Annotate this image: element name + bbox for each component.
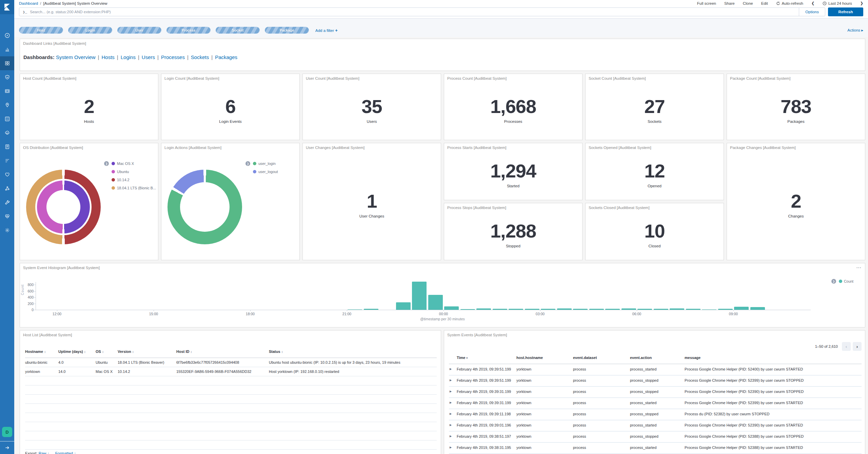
row-expand-button[interactable]: ▶ xyxy=(450,401,452,404)
sidebar-item-maps[interactable] xyxy=(0,98,14,112)
dashboard-link-sockets[interactable]: Sockets xyxy=(191,54,209,60)
histogram-bar[interactable] xyxy=(541,309,555,310)
histogram-bar[interactable] xyxy=(444,306,459,310)
clone-button[interactable]: Clone xyxy=(743,1,753,5)
sidebar-item-dashboard[interactable] xyxy=(0,56,14,70)
sidebar-item-apm[interactable] xyxy=(0,154,14,168)
column-header-time[interactable]: Time ▾ xyxy=(457,356,468,360)
legend-item-user_login[interactable]: ❯user_login xyxy=(245,159,278,168)
histogram-bar[interactable] xyxy=(605,309,620,310)
export-formatted-link[interactable]: Formatted ↓ xyxy=(55,451,76,454)
sidebar-item-dev-tools[interactable] xyxy=(0,195,14,209)
sidebar-item-infrastructure[interactable] xyxy=(0,126,14,140)
share-button[interactable]: Share xyxy=(724,1,735,5)
histogram-bar[interactable] xyxy=(670,308,684,310)
legend-item-ubuntu[interactable]: Ubuntu xyxy=(104,168,156,176)
legend-item-10-14-2[interactable]: 10.14.2 xyxy=(104,176,156,184)
column-header-host-id[interactable]: Host ID▴▾ xyxy=(176,349,192,354)
legend-expand-icon[interactable]: ❯ xyxy=(245,161,250,166)
filter-pill-process[interactable]: Process xyxy=(166,27,211,34)
histogram-bar[interactable] xyxy=(525,309,539,310)
sidebar-item-uptime[interactable] xyxy=(0,168,14,182)
histogram-bar[interactable] xyxy=(348,309,362,310)
pagination-next-button[interactable]: › xyxy=(853,342,862,351)
histogram-bar[interactable] xyxy=(460,309,475,310)
dashboard-link-hosts[interactable]: Hosts xyxy=(101,54,114,60)
sidebar-item-discover[interactable] xyxy=(0,29,14,42)
histogram-bar[interactable] xyxy=(589,309,604,310)
sidebar-collapse-button[interactable] xyxy=(0,441,14,454)
filter-pill-login[interactable]: Login xyxy=(68,27,112,34)
histogram-bar[interactable] xyxy=(750,307,765,310)
filter-pill-package[interactable]: Package xyxy=(265,27,309,34)
full-screen-button[interactable]: Full screen xyxy=(697,1,716,5)
dashboard-link-system-overview[interactable]: System Overview xyxy=(56,54,96,60)
column-header-event-dataset[interactable]: event.dataset xyxy=(573,356,597,360)
legend-expand-icon[interactable]: ❯ xyxy=(104,161,109,166)
column-header-uptime-days-[interactable]: Uptime (days)▴▾ xyxy=(58,349,85,354)
row-expand-button[interactable]: ▶ xyxy=(450,446,452,449)
sidebar-item-management[interactable] xyxy=(0,223,14,237)
column-header-status[interactable]: Status▴▾ xyxy=(269,349,283,354)
time-range-picker[interactable]: Last 24 hours xyxy=(823,1,852,5)
filter-pill-user[interactable]: User xyxy=(117,27,161,34)
export-raw-link[interactable]: Raw ↓ xyxy=(39,451,50,454)
row-expand-button[interactable]: ▶ xyxy=(450,390,452,393)
sidebar-item-monitoring[interactable] xyxy=(0,209,14,223)
search-input[interactable] xyxy=(30,10,799,14)
pagination-prev-button[interactable]: ‹ xyxy=(842,342,851,351)
sidebar-item-canvas[interactable] xyxy=(0,84,14,98)
kibana-logo[interactable] xyxy=(0,0,14,14)
refresh-button[interactable]: Refresh xyxy=(828,7,863,16)
histogram-bar[interactable] xyxy=(476,308,491,310)
histogram-bar[interactable] xyxy=(493,309,507,310)
sidebar-item-timelion[interactable] xyxy=(0,70,14,84)
legend-item-18-04-1-lts-bionic-b-[interactable]: 18.04.1 LTS (Bionic B... xyxy=(104,184,156,192)
legend-item-mac-os-x[interactable]: ❯Mac OS X xyxy=(104,159,156,168)
os-distribution-donut[interactable] xyxy=(26,170,101,244)
histogram-bar[interactable] xyxy=(702,309,716,310)
dashboard-link-logins[interactable]: Logins xyxy=(121,54,136,60)
time-forward-button[interactable]: ❯ xyxy=(860,1,863,5)
login-actions-donut[interactable] xyxy=(167,170,242,244)
dashboard-link-users[interactable]: Users xyxy=(142,54,155,60)
auto-refresh-button[interactable]: Auto-refresh xyxy=(776,1,803,5)
filter-pill-socket[interactable]: Socket xyxy=(216,27,260,34)
histogram-bar[interactable] xyxy=(734,307,749,310)
dashboard-link-processes[interactable]: Processes xyxy=(161,54,185,60)
space-badge[interactable]: D xyxy=(2,427,12,437)
legend-expand-icon[interactable]: ❯ xyxy=(831,279,836,284)
legend-item-user_logout[interactable]: user_logout xyxy=(245,168,278,176)
histogram-bar[interactable] xyxy=(412,282,427,310)
column-header-message[interactable]: message xyxy=(685,356,701,360)
sidebar-item-machine-learning[interactable] xyxy=(0,112,14,126)
histogram-bar[interactable] xyxy=(557,308,572,310)
column-header-version[interactable]: Version▴▾ xyxy=(118,349,134,354)
options-button[interactable]: Options xyxy=(799,7,825,16)
row-expand-button[interactable]: ▶ xyxy=(450,379,452,382)
sidebar-item-visualize[interactable] xyxy=(0,42,14,56)
row-expand-button[interactable]: ▶ xyxy=(450,412,452,415)
sidebar-item-logs[interactable] xyxy=(0,140,14,154)
dashboard-link-packages[interactable]: Packages xyxy=(215,54,237,60)
histogram-bar[interactable] xyxy=(428,295,443,310)
column-header-event-action[interactable]: event.action xyxy=(630,356,652,360)
add-filter-button[interactable]: Add a filter + xyxy=(315,28,338,33)
edit-button[interactable]: Edit xyxy=(761,1,768,5)
row-expand-button[interactable]: ▶ xyxy=(450,367,452,371)
row-expand-button[interactable]: ▶ xyxy=(450,423,452,427)
column-header-hostname[interactable]: Hostname▴▾ xyxy=(25,349,45,354)
actions-menu-button[interactable]: Actions ▸ xyxy=(847,28,863,33)
histogram-bar[interactable] xyxy=(718,309,733,310)
column-header-host-hostname[interactable]: host.hostname xyxy=(516,356,543,360)
time-back-button[interactable]: ❮ xyxy=(811,1,814,5)
histogram-bar[interactable] xyxy=(622,308,636,310)
row-expand-button[interactable]: ▶ xyxy=(450,435,452,438)
histogram-bar[interactable] xyxy=(686,309,701,310)
histogram-bar[interactable] xyxy=(637,309,652,310)
column-header-os[interactable]: OS▴▾ xyxy=(96,349,103,354)
histogram-bar[interactable] xyxy=(654,309,668,310)
histogram-bar[interactable] xyxy=(396,302,411,310)
sidebar-item-graph[interactable] xyxy=(0,182,14,195)
histogram-bar[interactable] xyxy=(364,309,378,310)
